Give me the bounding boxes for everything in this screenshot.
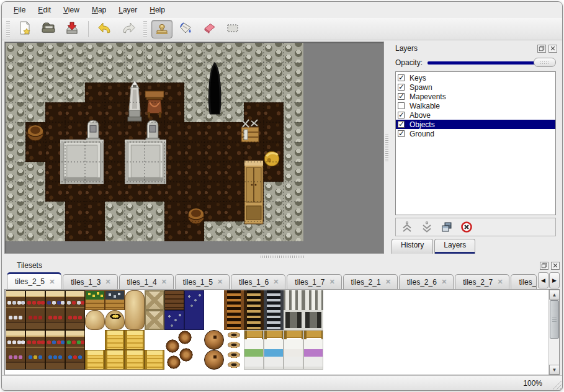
tileset-tab-tiles_[interactable]: tiles_ bbox=[511, 274, 537, 289]
shelf-bottles[interactable] bbox=[25, 330, 45, 370]
stamp-tool-button[interactable] bbox=[151, 20, 172, 38]
eraser-tool-button[interactable] bbox=[199, 20, 220, 38]
lower-layer-button[interactable] bbox=[421, 221, 433, 233]
duplicate-layer-button[interactable] bbox=[441, 221, 453, 233]
bed-white[interactable] bbox=[284, 330, 303, 370]
layer-row-ground[interactable]: Ground bbox=[396, 129, 555, 138]
barrel-pile[interactable] bbox=[164, 330, 194, 370]
layer-visibility-checkbox[interactable] bbox=[398, 74, 405, 81]
crate-fish[interactable] bbox=[105, 290, 125, 310]
tab-history[interactable]: History bbox=[392, 239, 433, 254]
bed-green[interactable] bbox=[244, 330, 264, 370]
sack[interactable] bbox=[85, 310, 105, 330]
layer-visibility-checkbox[interactable] bbox=[398, 121, 405, 128]
crate-yellow[interactable] bbox=[105, 330, 125, 350]
shelf-bottles[interactable] bbox=[65, 330, 85, 370]
new-file-button[interactable] bbox=[14, 20, 35, 38]
crate-light[interactable] bbox=[145, 310, 164, 330]
close-tab-icon[interactable]: ✕ bbox=[441, 278, 447, 286]
undo-button[interactable] bbox=[94, 20, 115, 38]
close-tab-icon[interactable]: ✕ bbox=[329, 278, 334, 286]
close-panel-button[interactable] bbox=[548, 45, 557, 53]
shelf-blue-jars[interactable] bbox=[45, 290, 65, 330]
close-tab-icon[interactable]: ✕ bbox=[497, 278, 503, 286]
tileset-tab-tiles_1_4[interactable]: tiles_1_4✕ bbox=[119, 274, 174, 289]
menu-layer[interactable]: Layer bbox=[113, 4, 143, 16]
layer-visibility-checkbox[interactable] bbox=[398, 84, 405, 91]
close-tab-icon[interactable]: ✕ bbox=[385, 278, 391, 286]
scroll-up-button[interactable]: ▲ bbox=[549, 290, 560, 300]
clay-pots[interactable] bbox=[224, 330, 244, 370]
layer-visibility-checkbox[interactable] bbox=[398, 102, 405, 109]
tileset-tab-tiles_1_5[interactable]: tiles_1_5✕ bbox=[175, 274, 230, 289]
crate-flowers[interactable] bbox=[85, 290, 105, 310]
crate-yellow[interactable] bbox=[105, 350, 125, 370]
delete-layer-button[interactable] bbox=[460, 221, 473, 233]
crate-yellow[interactable] bbox=[145, 350, 164, 370]
vertical-scrollbar[interactable]: ▲ ▼ bbox=[548, 290, 559, 375]
float-panel-button[interactable] bbox=[540, 262, 548, 270]
ladder-brown[interactable] bbox=[224, 290, 244, 330]
opacity-slider[interactable] bbox=[427, 58, 556, 68]
layer-row-keys[interactable]: Keys bbox=[396, 73, 555, 82]
resize-grip[interactable] bbox=[552, 380, 562, 390]
menu-map[interactable]: Map bbox=[86, 4, 112, 16]
opacity-slider-handle[interactable] bbox=[534, 58, 556, 67]
crate-yellow[interactable] bbox=[125, 330, 145, 350]
tileset-tab-tiles_2_1[interactable]: tiles_2_1✕ bbox=[343, 274, 398, 289]
select-tool-button[interactable] bbox=[222, 20, 243, 38]
open-file-button[interactable] bbox=[38, 20, 59, 38]
tileset-tab-tiles_1_7[interactable]: tiles_1_7✕ bbox=[287, 274, 341, 289]
layer-visibility-checkbox[interactable] bbox=[398, 112, 405, 118]
shelf-jars[interactable] bbox=[6, 330, 25, 370]
tileset-tab-tiles_2_5[interactable]: tiles_2_5✕ bbox=[7, 272, 61, 289]
close-tab-icon[interactable]: ✕ bbox=[49, 278, 55, 286]
layer-row-mapevents[interactable]: Mapevents bbox=[396, 92, 555, 101]
shelf-gray-jars[interactable] bbox=[65, 290, 85, 330]
ladder-gray[interactable] bbox=[264, 290, 284, 330]
sack-open[interactable] bbox=[105, 310, 125, 330]
crate-yellow[interactable] bbox=[125, 350, 145, 370]
close-tab-icon[interactable]: ✕ bbox=[217, 278, 223, 286]
menu-help[interactable]: Help bbox=[144, 4, 171, 16]
crate-light[interactable] bbox=[145, 290, 164, 310]
ladder-dark[interactable] bbox=[244, 290, 264, 330]
crate-yellow[interactable] bbox=[85, 350, 105, 370]
vertical-splitter[interactable] bbox=[384, 42, 390, 254]
navy-box[interactable] bbox=[164, 310, 184, 330]
raise-layer-button[interactable] bbox=[401, 221, 413, 233]
stone-doorway[interactable] bbox=[303, 290, 323, 330]
crate-dark[interactable] bbox=[164, 290, 184, 310]
sack-tall[interactable] bbox=[125, 290, 145, 330]
tileset-tab-tiles_1_3[interactable]: tiles_1_3✕ bbox=[63, 274, 117, 289]
navy-box[interactable] bbox=[184, 290, 204, 330]
barrel[interactable] bbox=[204, 350, 224, 370]
scroll-tabs-right-button[interactable]: ▶ bbox=[549, 272, 560, 288]
tileset-tab-tiles_2_7[interactable]: tiles_2_7✕ bbox=[455, 274, 509, 289]
scroll-tabs-left-button[interactable]: ◀ bbox=[538, 272, 548, 288]
layer-row-spawn[interactable]: Spawn bbox=[396, 82, 555, 92]
save-file-button[interactable] bbox=[61, 20, 83, 38]
menu-file[interactable]: File bbox=[8, 4, 31, 16]
shelf-red-bottles[interactable] bbox=[25, 290, 45, 330]
bed-purple[interactable] bbox=[303, 330, 323, 370]
tab-layers[interactable]: Layers bbox=[434, 239, 475, 254]
horizontal-splitter[interactable] bbox=[2, 254, 562, 259]
close-tab-icon[interactable]: ✕ bbox=[105, 278, 110, 286]
tileset-view[interactable]: ▲ ▼ bbox=[4, 289, 560, 375]
shelf-dishes[interactable] bbox=[6, 290, 25, 330]
layer-visibility-checkbox[interactable] bbox=[398, 93, 405, 100]
shelf-bottles[interactable] bbox=[45, 330, 65, 370]
tileset-tab-tiles_2_6[interactable]: tiles_2_6✕ bbox=[399, 274, 454, 289]
close-tab-icon[interactable]: ✕ bbox=[161, 278, 167, 286]
menu-view[interactable]: View bbox=[58, 4, 85, 16]
barrel[interactable] bbox=[204, 330, 224, 350]
layer-row-above[interactable]: Above bbox=[396, 110, 555, 120]
scrollbar-thumb[interactable] bbox=[550, 300, 559, 339]
tileset-tab-tiles_1_6[interactable]: tiles_1_6✕ bbox=[231, 274, 285, 289]
layer-row-walkable[interactable]: Walkable bbox=[396, 101, 555, 110]
map-canvas[interactable] bbox=[6, 43, 303, 241]
float-panel-button[interactable] bbox=[537, 45, 546, 53]
close-panel-button[interactable] bbox=[551, 262, 560, 270]
redo-button[interactable] bbox=[118, 20, 139, 38]
